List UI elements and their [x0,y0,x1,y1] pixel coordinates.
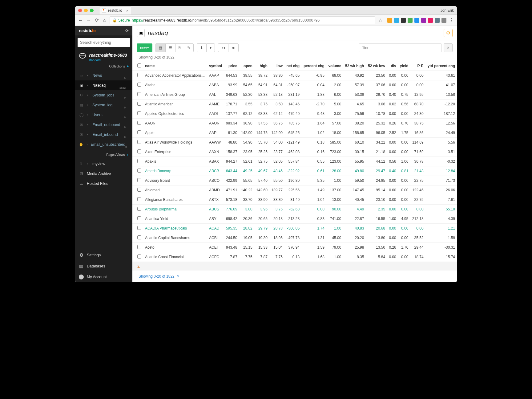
row-checkbox[interactable] [137,178,141,182]
menu-icon[interactable]: ⋮ [448,17,454,23]
sidebar-item-email_outbound[interactable]: ✉›Email_outbound0 [75,120,132,130]
column-header-low[interactable]: low [269,61,284,71]
extension-icon[interactable] [441,18,446,23]
row-checkbox[interactable] [137,121,141,125]
download-button[interactable]: ⬇ [197,43,206,52]
download-dropdown-button[interactable]: ▾ [206,43,215,52]
sidebar-item-news[interactable]: ▭›News5 [75,71,132,80]
table-row[interactable]: Arbutus BiopharmaABUS776.093.803.953.75-… [132,205,457,214]
sidebar-item-myview[interactable]: 🗎 › myview [75,159,132,169]
showing-link[interactable]: Showing 0-20 of 1822 [139,274,175,279]
table-row[interactable]: AAONAAON983.3436.9037.5536.75785.761.645… [132,119,457,128]
clear-filter-button[interactable]: × [444,43,453,52]
row-checkbox[interactable] [137,235,141,239]
column-header-P-E[interactable]: P-E [410,61,425,71]
first-page-button[interactable]: ⏮ [218,43,228,52]
browser-tab[interactable]: restdb.io × [99,6,131,14]
row-checkbox[interactable] [137,254,141,259]
back-button[interactable]: ← [78,18,84,23]
last-page-button[interactable]: ⏭ [228,43,239,52]
add-page-icon[interactable]: + [127,153,129,157]
table-row[interactable]: AcetoACET943.4815.1515.3315.04370.941.59… [132,243,457,252]
table-row[interactable]: Atlantic Capital BancsharesACBI244.5019.… [132,233,457,243]
maximize-window-button[interactable] [90,9,94,12]
column-header-high[interactable]: high [254,61,269,71]
export-button[interactable]: ⎘ [175,43,184,52]
sidebar-item-users[interactable]: ◯›Users0 [75,110,132,120]
grid-view-button[interactable]: ▦ [155,43,165,52]
row-checkbox[interactable] [137,83,141,87]
row-checkbox[interactable] [137,197,141,201]
extension-icon[interactable] [435,18,440,23]
filter-input[interactable] [359,43,442,52]
table-row[interactable]: Atlantic Coast FinancialACFC7.877.757.87… [132,252,457,262]
row-checkbox[interactable] [137,207,141,211]
column-header-price[interactable]: price [224,61,239,71]
table-row[interactable]: AbiomedABMD471.91140.22142.60139.77225.5… [132,185,457,195]
home-button[interactable]: ⌂ [102,18,108,23]
extension-icon[interactable] [414,18,419,23]
row-checkbox[interactable] [137,245,141,249]
table-row[interactable]: AltabaAABA93.9954.6554.9154.31-250.970.0… [132,80,457,90]
row-checkbox[interactable] [137,149,141,153]
table-row[interactable]: AppleAAPL61.30142.90144.75142.90-645.251… [132,128,457,138]
sidebar-item-email_inbound[interactable]: ✉›Email_inbound0 [75,130,132,140]
sidebar-item-media-archive[interactable]: 🖼 Media Archive [75,169,132,179]
table-row[interactable]: Atlas Air Worldwide HoldingsAAWW48.8054.… [132,138,457,147]
minimize-window-button[interactable] [84,9,88,12]
column-header-symbol[interactable]: symbol [207,61,224,71]
row-checkbox[interactable] [137,216,141,220]
list-view-button[interactable]: ☰ [165,43,175,52]
sync-icon[interactable]: ⟳ [125,28,129,33]
column-header-52-wk-high[interactable]: 52 wk high [343,61,366,71]
row-checkbox[interactable] [137,226,141,230]
row-checkbox[interactable] [137,188,141,192]
column-header-open[interactable]: open [239,61,254,71]
row-checkbox[interactable] [137,159,141,163]
sidebar-item-settings[interactable]: ⚙ Settings [75,250,132,261]
database-header[interactable]: reactrealtime-6683 standard [75,50,132,64]
table-row[interactable]: Ameris BancorpABCB643.4449.2549.6748.45-… [132,166,457,176]
column-header-ytd-percent-chg[interactable]: ytd percent chg [425,61,457,71]
extension-icon[interactable] [408,18,413,23]
table-row[interactable]: Axon EnterpriseAAXN158.3723.9525.2523.77… [132,147,457,157]
extension-icon[interactable] [387,18,392,23]
browser-profile-name[interactable]: Jon Erik [441,8,454,13]
row-checkbox[interactable] [137,140,141,144]
table-row[interactable]: Advanced Accelerator Applications...AAAP… [132,71,457,80]
reload-button[interactable]: ⟳ [94,17,100,23]
row-checkbox[interactable] [137,92,141,96]
sidebar-item-account[interactable]: My Account [75,272,132,282]
search-input[interactable] [78,38,130,47]
extension-icon[interactable] [394,18,399,23]
row-checkbox[interactable] [137,73,141,77]
row-checkbox[interactable] [137,169,141,173]
table-row[interactable]: Applied OptoelectronicsAAOI137.7762.1268… [132,109,457,119]
sidebar-item-nasdaq[interactable]: ▣›Nasdaq1822 [75,80,132,90]
collection-settings-button[interactable]: ⚙ [444,29,453,37]
column-header-name[interactable]: name [143,61,207,71]
column-header-div[interactable]: div [387,61,398,71]
table-row[interactable]: Atlantic AmericanAAME178.713.553.753.501… [132,100,457,109]
sidebar-item-system_jobs[interactable]: ↻›System_jobs0 [75,90,132,100]
sigma-cell[interactable]: Σ [132,262,457,271]
extension-icon[interactable] [401,18,406,23]
column-header-yield[interactable]: yield [398,61,410,71]
row-checkbox[interactable] [137,111,141,115]
extension-icon[interactable] [428,18,433,23]
extension-icon[interactable] [421,18,426,23]
row-checkbox[interactable] [137,130,141,134]
select-all-checkbox[interactable] [137,63,141,67]
edit-filter-icon[interactable]: ✎ [177,274,180,279]
add-collection-icon[interactable]: + [127,64,129,68]
table-row[interactable]: Allegiance BancsharesABTX573.1838.7038.9… [132,195,457,205]
row-checkbox[interactable] [137,102,141,106]
forward-button[interactable]: → [86,18,92,23]
table-row[interactable]: AbaxisABAX944.2752.6152.7552.05557.840.5… [132,157,457,166]
close-window-button[interactable] [78,9,82,12]
table-row[interactable]: Atlantica YieldABY698.4220.3620.6520.18-… [132,214,457,224]
table-row[interactable]: ACADIA PharmaceuticalsACAD595.3528.8229.… [132,224,457,233]
column-header-net-chg[interactable]: net chg [284,61,301,71]
sidebar-item-system_log[interactable]: ▤›System_log0 [75,100,132,110]
column-header-52-wk-low[interactable]: 52 wk low [366,61,387,71]
